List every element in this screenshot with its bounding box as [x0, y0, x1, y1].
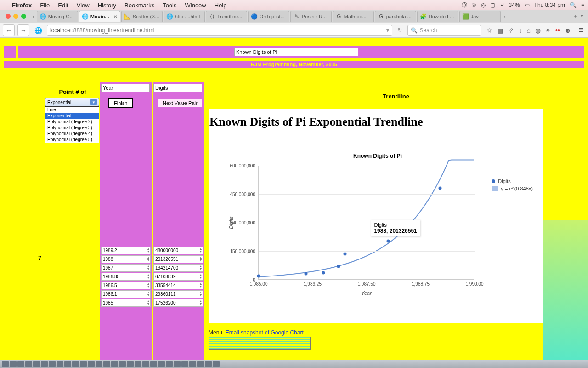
tab-scroll-left-icon[interactable]: ‹: [30, 13, 37, 20]
year-cell[interactable]: 1986.5▴▾: [101, 282, 151, 289]
addon-icon[interactable]: ••: [555, 27, 560, 34]
browser-tab[interactable]: Gparabola ...: [375, 11, 416, 22]
spotlight-icon[interactable]: 🔍: [570, 2, 577, 8]
menu-link[interactable]: Menu: [209, 329, 222, 336]
dropdown-option[interactable]: Exponential: [45, 113, 99, 119]
data-point[interactable]: [438, 186, 441, 190]
finish-button[interactable]: Finish: [108, 98, 133, 108]
email-snapshot-link[interactable]: Email snapshot of Google Chart ...: [226, 329, 310, 336]
data-point[interactable]: [257, 274, 260, 277]
dropdown-option[interactable]: Polynomial (degree 3): [45, 125, 99, 131]
stepper-icon[interactable]: ▴▾: [200, 256, 202, 262]
stepper-icon[interactable]: ▴▾: [200, 291, 202, 297]
dropdown-icon[interactable]: ▾: [386, 27, 389, 34]
stepper-icon[interactable]: ▴▾: [147, 247, 149, 253]
year-cell[interactable]: 1985▴▾: [101, 299, 151, 307]
digits-cell[interactable]: 480000000▴▾: [153, 247, 203, 254]
addon-icon[interactable]: ✴: [545, 27, 551, 34]
browser-tab[interactable]: 🌐http:....html: [164, 11, 205, 22]
dock-app-icon[interactable]: [25, 361, 32, 367]
stepper-icon[interactable]: ▴▾: [147, 282, 149, 288]
menu-file[interactable]: File: [40, 2, 50, 9]
reload-button[interactable]: ↻: [395, 27, 405, 33]
dock-app-icon[interactable]: [158, 361, 165, 367]
stepper-icon[interactable]: ▴▾: [200, 274, 202, 279]
dock-app-icon[interactable]: [174, 361, 181, 367]
dock-app-icon[interactable]: [57, 361, 63, 367]
year-cell[interactable]: 1986.1▴▾: [101, 290, 151, 298]
digits-header-input[interactable]: [153, 84, 202, 92]
address-bar[interactable]: localhost:8888/moving_lineartrendline.ht…: [47, 25, 392, 36]
dock-app-icon[interactable]: [127, 361, 134, 367]
browser-tab[interactable]: ✎Posts ‹ R...: [290, 11, 332, 22]
browser-tab[interactable]: 🌐Movin...✕: [79, 11, 120, 22]
digits-cell[interactable]: 134214700▴▾: [153, 264, 203, 272]
dock-app-icon[interactable]: [17, 361, 24, 367]
menu-view[interactable]: View: [77, 2, 90, 9]
digits-cell[interactable]: 67108839▴▾: [153, 273, 203, 281]
data-point[interactable]: [305, 272, 308, 275]
digits-cell[interactable]: 29360111▴▾: [153, 290, 203, 298]
dock-app-icon[interactable]: [119, 361, 126, 367]
dropdown-option[interactable]: Polynomial (degree 4): [45, 131, 99, 137]
dock-app-icon[interactable]: [80, 361, 87, 367]
dock-app-icon[interactable]: [197, 361, 204, 367]
addon-icon[interactable]: ☻: [565, 27, 571, 34]
browser-tab[interactable]: 🌐Moving G...: [37, 11, 78, 22]
trend-type-dropdown[interactable]: LineExponentialPolynomial (degree 2)Poly…: [45, 106, 99, 143]
hamburger-menu-icon[interactable]: ≡: [577, 25, 585, 35]
app-name[interactable]: Firefox: [12, 2, 32, 9]
browser-tab[interactable]: GMath.po...: [333, 11, 374, 22]
dropdown-option[interactable]: Polynomial (degree 5): [45, 137, 99, 143]
dock-app-icon[interactable]: [88, 361, 95, 367]
data-point[interactable]: [322, 271, 325, 275]
stepper-icon[interactable]: ▴▾: [147, 274, 149, 279]
bookmark-star-icon[interactable]: ☆: [486, 27, 492, 34]
clock[interactable]: Thu 8:34 pm: [534, 2, 565, 8]
stepper-icon[interactable]: ▴▾: [200, 265, 202, 270]
minimize-window-icon[interactable]: [13, 14, 18, 19]
pocket-icon[interactable]: ⩔: [508, 27, 514, 34]
forward-button[interactable]: →: [17, 24, 29, 36]
menu-help[interactable]: Help: [215, 2, 227, 9]
dock-app-icon[interactable]: [49, 361, 56, 367]
dropdown-option[interactable]: Line: [45, 107, 99, 113]
trend-type-select[interactable]: Exponential ▼: [45, 98, 99, 106]
dock-app-icon[interactable]: [64, 361, 71, 367]
site-identity-icon[interactable]: 🌐: [32, 24, 44, 36]
browser-tab[interactable]: ⟨⟩Trendline...: [206, 11, 247, 22]
stepper-icon[interactable]: ▴▾: [147, 300, 149, 305]
close-tab-icon[interactable]: ✕: [113, 14, 117, 19]
dock-app-icon[interactable]: [103, 361, 110, 367]
stepper-icon[interactable]: ▴▾: [147, 291, 149, 297]
data-point[interactable]: [337, 265, 340, 268]
year-cell[interactable]: 1987▴▾: [101, 264, 151, 272]
year-header-input[interactable]: [101, 84, 150, 92]
dock-app-icon[interactable]: [150, 361, 157, 367]
year-cell[interactable]: 1989.2▴▾: [101, 247, 151, 254]
new-tab-button[interactable]: ＋: [573, 13, 578, 20]
browser-tab[interactable]: 🔵OnToplist...: [248, 11, 289, 22]
addon-icon[interactable]: ◍: [535, 27, 541, 34]
dock-app-icon[interactable]: [181, 361, 188, 367]
data-point[interactable]: [387, 239, 390, 242]
menu-edit[interactable]: Edit: [58, 2, 68, 9]
battery-icon[interactable]: ▭: [525, 2, 530, 8]
browser-tab[interactable]: 🟩Jav: [459, 11, 501, 22]
dock-app-icon[interactable]: [205, 361, 212, 367]
digits-cell[interactable]: 201326551▴▾: [153, 255, 203, 263]
browser-tab[interactable]: 🧩How do I ...: [417, 11, 458, 22]
menu-tools[interactable]: Tools: [163, 2, 176, 9]
dock-app-icon[interactable]: [189, 361, 196, 367]
dock-app-icon[interactable]: [2, 361, 9, 367]
dock-app-icon[interactable]: [10, 361, 17, 367]
stepper-icon[interactable]: ▴▾: [200, 300, 202, 305]
reader-icon[interactable]: ▤: [497, 27, 503, 34]
wifi-icon[interactable]: ⤶: [500, 2, 504, 8]
chart-title-input[interactable]: [234, 48, 358, 56]
tabs-menu-icon[interactable]: ▾: [581, 13, 583, 20]
stepper-icon[interactable]: ▴▾: [147, 265, 149, 270]
next-value-button[interactable]: Next Value Pair: [157, 98, 203, 108]
browser-tab[interactable]: 📐Scatter (X...: [121, 11, 163, 22]
dock-app-icon[interactable]: [135, 361, 141, 367]
